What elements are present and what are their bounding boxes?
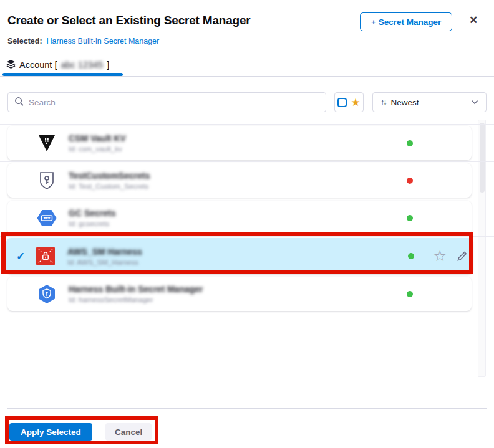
secret-manager-name: AWS_SM Harness — [67, 247, 142, 257]
secret-manager-row-card[interactable]: TestCustomSecrets Id: Test_Custom_Secret… — [7, 163, 472, 198]
harness-secret-manager-icon — [36, 284, 57, 305]
secret-manager-name: CSM Vault KV — [69, 133, 126, 143]
footer-divider — [7, 408, 487, 409]
secret-manager-id: Id: Test_Custom_Secrets — [69, 183, 150, 190]
secret-manager-name: TestCustomSecrets — [69, 171, 150, 181]
tab-account-bracket: ] — [107, 60, 109, 70]
secret-manager-list: CSM Vault KV Id: csm_vault_kv TestCustom… — [0, 120, 494, 378]
favorites-filter[interactable]: ★ — [334, 92, 364, 112]
new-secret-manager-button[interactable]: + Secret Manager — [360, 12, 452, 31]
svg-text:***: *** — [44, 215, 51, 221]
chevron-down-icon — [471, 100, 478, 105]
sort-dropdown[interactable]: ↑↓ Newest — [372, 92, 487, 112]
aws-secrets-manager-icon — [35, 245, 56, 267]
gcp-secret-manager-icon: *** — [36, 207, 57, 229]
secret-manager-row-card[interactable]: Harness Built-in Secret Manager Id: harn… — [7, 277, 472, 311]
close-icon[interactable]: ✕ — [469, 15, 478, 26]
hashicorp-vault-icon — [36, 133, 57, 154]
favorite-star-outline-icon[interactable]: ☆ — [433, 249, 447, 264]
favorite-star-icon: ★ — [351, 97, 360, 108]
secret-manager-id: Id: csm_vault_kv — [69, 145, 126, 153]
connectivity-status-dot — [407, 291, 413, 297]
table-row: TestCustomSecrets Id: Test_Custom_Secret… — [0, 161, 494, 199]
selected-summary: Selected: Harness Built-in Secret Manage… — [7, 37, 159, 45]
selected-label: Selected: — [7, 37, 42, 45]
secret-manager-id: Id: gcsecrets — [69, 220, 115, 227]
table-row: ✓ AWS_SM Harness Id: AWS_SM_Harness ☆ — [0, 236, 494, 275]
secret-manager-id: Id: harnessSecretManager — [69, 296, 203, 303]
layers-icon — [6, 59, 16, 70]
edit-pencil-icon[interactable] — [456, 250, 468, 262]
search-bar — [7, 92, 326, 112]
favorites-checkbox[interactable] — [337, 98, 347, 107]
cancel-button[interactable]: Cancel — [105, 423, 152, 441]
connectivity-status-dot — [407, 178, 413, 184]
secret-manager-name: Harness Built-in Secret Manager — [69, 284, 203, 294]
tab-divider — [0, 76, 494, 77]
connectivity-status-dot — [408, 253, 414, 259]
selected-secret-manager-link[interactable]: Harness Built-in Secret Manager — [47, 37, 160, 45]
table-row: *** GC Secrets Id: gcsecrets — [0, 199, 494, 236]
sort-arrows-icon: ↑↓ — [380, 98, 386, 107]
sort-selected-option: Newest — [391, 98, 419, 107]
search-icon — [14, 97, 24, 108]
apply-selected-button[interactable]: Apply Selected — [9, 423, 92, 441]
secret-manager-row-card[interactable]: *** GC Secrets Id: gcsecrets — [7, 201, 472, 235]
tab-account[interactable]: Account [abc 12345] — [6, 59, 109, 70]
tab-account-id-redacted: abc 12345 — [61, 60, 103, 70]
selected-check-icon: ✓ — [6, 250, 35, 263]
secret-manager-name: GC Secrets — [69, 208, 115, 218]
table-row: CSM Vault KV Id: csm_vault_kv — [0, 124, 494, 161]
secret-manager-row-card[interactable]: CSM Vault KV Id: csm_vault_kv — [7, 126, 472, 160]
secret-manager-row-card[interactable]: ✓ AWS_SM Harness Id: AWS_SM_Harness ☆ — [6, 238, 473, 274]
page-title: Create or Select an Existing Secret Mana… — [7, 14, 251, 27]
secret-manager-modal: Create or Select an Existing Secret Mana… — [0, 0, 494, 448]
secret-manager-id: Id: AWS_SM_Harness — [67, 259, 142, 266]
search-input[interactable] — [29, 98, 319, 107]
connectivity-status-dot — [407, 215, 413, 221]
table-row: Harness Built-in Secret Manager Id: harn… — [0, 275, 494, 312]
connectivity-status-dot — [407, 140, 413, 146]
custom-secret-manager-icon — [36, 170, 57, 191]
tab-account-label: Account [ — [19, 60, 57, 70]
